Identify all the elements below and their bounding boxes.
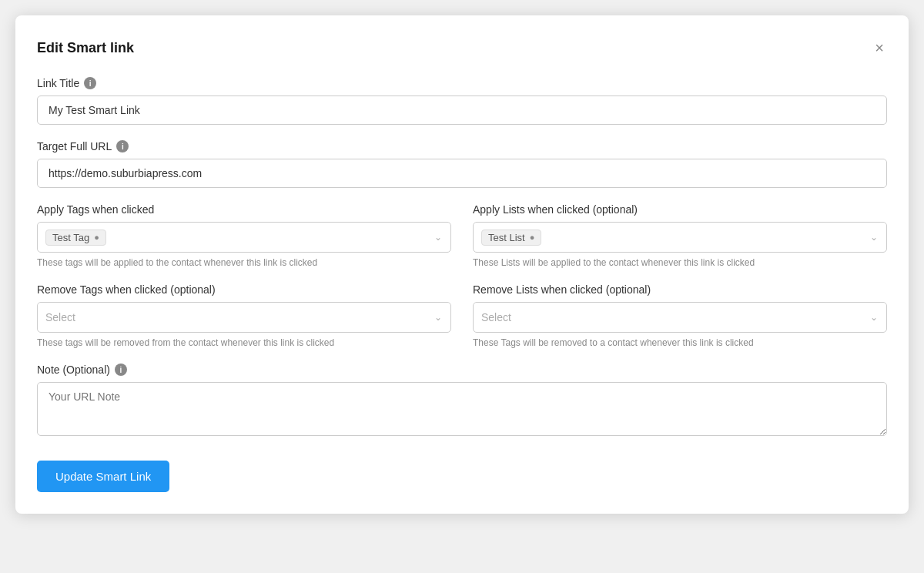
link-title-info-icon: i	[84, 77, 96, 89]
modal-title: Edit Smart link	[37, 40, 134, 56]
remove-lists-select-wrapper: Select ⌄	[473, 302, 887, 333]
apply-tags-group: Apply Tags when clicked Test Tag ● ⌄ The…	[37, 203, 451, 268]
note-group: Note (Optional) i	[37, 364, 887, 439]
remove-row: Remove Tags when clicked (optional) Sele…	[37, 283, 887, 348]
apply-lists-select-wrapper: Test List ● ⌄	[473, 222, 887, 253]
remove-tags-label: Remove Tags when clicked (optional)	[37, 283, 451, 296]
apply-lists-remove-icon[interactable]: ●	[530, 233, 535, 242]
remove-tags-select[interactable]: Select	[37, 302, 451, 333]
apply-lists-badge: Test List ●	[481, 230, 541, 246]
target-url-input[interactable]	[37, 159, 887, 188]
note-textarea[interactable]	[37, 382, 887, 436]
apply-lists-select[interactable]: Test List ●	[473, 222, 887, 253]
apply-row: Apply Tags when clicked Test Tag ● ⌄ The…	[37, 203, 887, 268]
remove-tags-group: Remove Tags when clicked (optional) Sele…	[37, 283, 451, 348]
target-url-label: Target Full URL i	[37, 140, 887, 152]
apply-lists-hint: These Lists will be applied to the conta…	[473, 257, 887, 268]
apply-lists-group: Apply Lists when clicked (optional) Test…	[473, 203, 887, 268]
apply-lists-label: Apply Lists when clicked (optional)	[473, 203, 887, 216]
apply-tags-select-wrapper: Test Tag ● ⌄	[37, 222, 451, 253]
apply-tags-hint: These tags will be applied to the contac…	[37, 257, 451, 268]
note-info-icon: i	[115, 364, 127, 376]
remove-tags-hint: These tags will be removed from the cont…	[37, 337, 451, 348]
apply-tags-badge: Test Tag ●	[45, 230, 106, 246]
apply-tags-label: Apply Tags when clicked	[37, 203, 451, 216]
apply-tags-select[interactable]: Test Tag ●	[37, 222, 451, 253]
link-title-input[interactable]	[37, 96, 887, 125]
remove-lists-hint: These Tags will be removed to a contact …	[473, 337, 887, 348]
target-url-info-icon: i	[116, 140, 129, 152]
remove-lists-select[interactable]: Select	[473, 302, 887, 333]
remove-lists-label: Remove Lists when clicked (optional)	[473, 283, 887, 296]
remove-tags-select-wrapper: Select ⌄	[37, 302, 451, 333]
edit-smart-link-modal: Edit Smart link × Link Title i Target Fu…	[15, 15, 909, 514]
apply-tags-remove-icon[interactable]: ●	[94, 233, 99, 242]
link-title-group: Link Title i	[37, 77, 887, 125]
remove-lists-group: Remove Lists when clicked (optional) Sel…	[473, 283, 887, 348]
link-title-label: Link Title i	[37, 77, 887, 89]
target-url-group: Target Full URL i	[37, 140, 887, 188]
modal-header: Edit Smart link ×	[37, 37, 887, 59]
close-button[interactable]: ×	[872, 37, 887, 59]
update-smart-link-button[interactable]: Update Smart Link	[37, 461, 169, 492]
note-label: Note (Optional) i	[37, 364, 887, 376]
